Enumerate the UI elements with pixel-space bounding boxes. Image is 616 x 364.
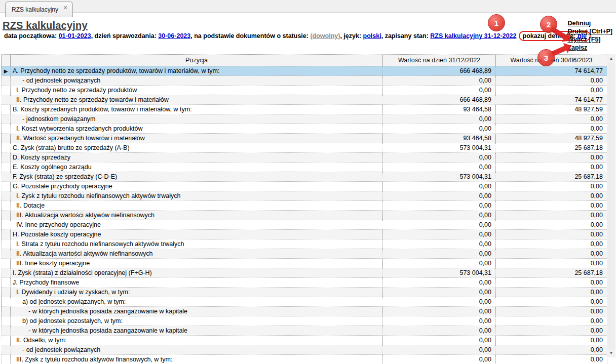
row-marker-icon [2, 134, 11, 143]
row-marker-icon [2, 172, 11, 181]
row-value-2023: 0,00 [496, 345, 607, 354]
saved-state-link[interactable]: RZS kalkulacyjny 31-12-2022 [430, 32, 516, 39]
row-value-2022: 0,00 [383, 153, 496, 162]
table-row[interactable]: IV. Inne przychody operacyjne 0,00 0,00 [2, 220, 607, 230]
table-row[interactable]: b) od jednostek pozostałych, w tym: 0,00… [2, 316, 607, 326]
row-value-2022: 0,00 [383, 259, 496, 268]
table-row[interactable]: - od jednostek powiązanych 0,00 0,00 [2, 76, 607, 86]
row-marker-icon [2, 288, 11, 297]
table-row[interactable]: E. Koszty ogólnego zarządu 0,00 0,00 [2, 163, 607, 172]
row-value-2023: 0,00 [496, 278, 607, 287]
table-row[interactable]: I. Zysk z tytułu rozchodu niefinansowych… [2, 191, 607, 201]
row-marker-icon: ▶ [2, 66, 11, 75]
row-label: F. Zysk (strata) ze sprzedaży (C-D-E) [11, 172, 383, 181]
print-link[interactable]: Drukuj [Ctrl+P] [567, 27, 612, 35]
table-row[interactable]: D. Koszty sprzedaży 0,00 0,00 [2, 153, 607, 163]
header-gutter-cell [2, 55, 11, 66]
table-row[interactable]: B. Koszty sprzedanych produktów, towarów… [2, 105, 607, 114]
table-row[interactable]: a) od jednostek powiązanych, w tym: 0,00… [2, 297, 607, 307]
row-value-2023: 0,00 [496, 355, 607, 364]
table-row[interactable]: - jednostkom powiązanym 0,00 0,00 [2, 114, 607, 124]
table-row[interactable]: I. Zysk (strata) z działalności operacyj… [2, 268, 607, 278]
start-date-label: data początkowa: [4, 32, 59, 39]
table-row[interactable]: ▶ A. Przychody netto ze sprzedaży produk… [2, 66, 607, 76]
close-icon[interactable]: × [63, 4, 67, 11]
row-value-2022: 0,00 [383, 201, 496, 210]
vertical-scrollbar[interactable]: ▲ ▼ [607, 54, 615, 357]
language-link[interactable]: polski [363, 32, 381, 39]
scroll-up-icon[interactable]: ▲ [607, 54, 615, 63]
row-value-2023: 74 614,77 [496, 66, 607, 75]
table-row[interactable]: I. Przychody netto ze sprzedaży produktó… [2, 86, 607, 95]
row-value-2022: 0,00 [383, 124, 496, 133]
row-value-2022: 93 464,58 [383, 105, 496, 114]
saved-state-label: , zapisany stan: [381, 32, 431, 39]
table-row[interactable]: III. Aktualizacja wartości aktywów niefi… [2, 211, 607, 220]
column-header-value-2022[interactable]: Wartość na dzień 31/12/2022 [383, 55, 496, 66]
row-label: D. Koszty sprzedaży [11, 153, 383, 162]
row-value-2023: 0,00 [496, 288, 607, 297]
table-row[interactable]: II. Dotacje 0,00 0,00 [2, 201, 607, 211]
table-row[interactable]: I. Koszt wytworzenia sprzedanych produkt… [2, 124, 607, 134]
table-row[interactable]: II. Odsetki, w tym: 0,00 0,00 [2, 336, 607, 345]
table-row[interactable]: I. Dywidendy i udziały w zyskach, w tym:… [2, 288, 607, 297]
row-value-2023: 0,00 [496, 239, 607, 249]
row-marker-icon [2, 336, 11, 345]
row-marker-icon [2, 345, 11, 354]
row-marker-icon [2, 297, 11, 306]
table-row[interactable]: III. Inne koszty operacyjne 0,00 0,00 [2, 259, 607, 268]
row-value-2023: 48 927,59 [496, 105, 607, 114]
start-date-link[interactable]: 01-01-2023 [59, 32, 91, 39]
table-row[interactable]: II. Przychody netto ze sprzedaży towarów… [2, 95, 607, 105]
row-label: I. Koszt wytworzenia sprzedanych produkt… [11, 124, 383, 133]
row-value-2022: 0,00 [383, 230, 496, 239]
scroll-down-icon[interactable]: ▼ [607, 349, 615, 357]
table-row[interactable]: - w których jednostka posiada zaangażowa… [2, 326, 607, 336]
row-marker-icon [2, 316, 11, 326]
calculate-link[interactable]: Wylicz [F5] [567, 35, 612, 44]
tab-rzs-kalkulacyjny[interactable]: RZS kalkulacyjny × [5, 2, 73, 17]
column-header-pozycja[interactable]: Pozycja [11, 55, 383, 66]
table-row[interactable]: C. Zysk (strata) brutto ze sprzedaży (A-… [2, 143, 607, 153]
table-row[interactable]: II. Wartość sprzedanych towarów i materi… [2, 134, 607, 143]
row-marker-icon [2, 153, 11, 162]
table-row[interactable]: G. Pozostałe przychody operacyjne 0,00 0… [2, 182, 607, 191]
row-marker-icon [2, 307, 11, 316]
row-label: - od jednostek powiązanych [11, 345, 383, 354]
report-day-link[interactable]: 30-06-2023 [158, 32, 190, 39]
row-label: G. Pozostałe przychody operacyjne [11, 182, 383, 191]
row-value-2022: 0,00 [383, 297, 496, 306]
row-value-2023: 0,00 [496, 220, 607, 229]
tab-bar [0, 0, 616, 13]
row-value-2022: 666 468,89 [383, 95, 496, 104]
table-row[interactable]: H. Pozostałe koszty operacyjne 0,00 0,00 [2, 230, 607, 239]
row-marker-icon [2, 326, 11, 335]
row-value-2022: 666 468,89 [383, 66, 496, 75]
table-row[interactable]: I. Strata z tytułu rozchodu niefinansowy… [2, 239, 607, 249]
save-link[interactable]: Zapisz [567, 44, 612, 52]
row-label: IV. Inne przychody operacyjne [11, 220, 383, 229]
language-label: , język: [340, 32, 363, 39]
table-row[interactable]: II. Aktualizacja wartości aktywów niefin… [2, 249, 607, 259]
document-status-link[interactable]: (dowolny) [310, 32, 340, 39]
row-label: I. Dywidendy i udziały w zyskach, w tym: [11, 288, 383, 297]
row-label: E. Koszty ogólnego zarządu [11, 163, 383, 172]
define-link[interactable]: Definiuj [567, 19, 612, 27]
table-row[interactable]: III. Zysk z tytułu rozchodu aktywów fina… [2, 355, 607, 364]
table-row[interactable]: F. Zysk (strata) ze sprzedaży (C-D-E) 57… [2, 172, 607, 182]
row-label: II. Dotacje [11, 201, 383, 210]
table-row[interactable]: J. Przychody finansowe 0,00 0,00 [2, 278, 607, 288]
row-value-2022: 0,00 [383, 316, 496, 326]
row-value-2022: 0,00 [383, 182, 496, 191]
row-value-2023: 0,00 [496, 182, 607, 191]
row-value-2023: 0,00 [496, 230, 607, 239]
scrollbar-thumb[interactable] [607, 63, 615, 349]
row-marker-icon [2, 76, 11, 85]
row-value-2023: 0,00 [496, 316, 607, 326]
row-label: I. Przychody netto ze sprzedaży produktó… [11, 86, 383, 95]
row-label: A. Przychody netto ze sprzedaży produktó… [11, 66, 383, 75]
row-marker-icon [2, 114, 11, 124]
row-value-2022: 0,00 [383, 211, 496, 220]
table-row[interactable]: - w których jednostka posiada zaangażowa… [2, 307, 607, 316]
table-row[interactable]: - od jednostek powiązanych 0,00 0,00 [2, 345, 607, 355]
